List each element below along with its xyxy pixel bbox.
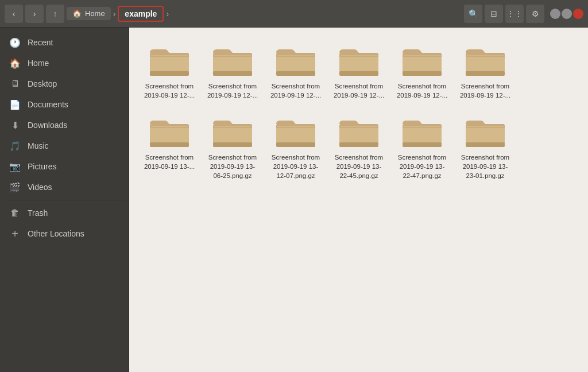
- folder-icon: [401, 115, 443, 149]
- forward-icon: ›: [33, 9, 36, 18]
- breadcrumb-end-arrow: ›: [166, 9, 169, 18]
- file-item[interactable]: Screenshot from 2019-09-19 13-...: [141, 110, 198, 185]
- svg-rect-34: [276, 142, 315, 147]
- main-area: 🕐 Recent 🏠 Home 🖥 Desktop 📄 Documents ⬇ …: [0, 28, 588, 372]
- window-controls: [550, 9, 583, 19]
- videos-icon: 🎬: [9, 181, 21, 193]
- maximize-button[interactable]: [562, 9, 572, 19]
- breadcrumb-home-label: Home: [85, 9, 105, 18]
- file-item[interactable]: Screenshot from 2019-09-19 12-...: [267, 39, 324, 104]
- svg-rect-14: [339, 71, 378, 76]
- file-item[interactable]: Screenshot from 2019-09-19 12-...: [204, 39, 261, 104]
- settings-button[interactable]: ⚙: [526, 5, 544, 23]
- file-item[interactable]: Screenshot from 2019-09-19 13-12-07.png.…: [267, 110, 324, 185]
- sidebar-item-music[interactable]: 🎵 Music: [0, 135, 129, 156]
- minimize-button[interactable]: [550, 9, 560, 19]
- svg-rect-38: [339, 142, 378, 147]
- view-list-icon: ⊟: [490, 9, 497, 18]
- file-label: Screenshot from 2019-09-19 13-06-25.png.…: [206, 153, 259, 180]
- folder-icon: [401, 44, 443, 78]
- home-sidebar-icon: 🏠: [9, 57, 21, 69]
- file-label: Screenshot from 2019-09-19 12-...: [206, 82, 259, 100]
- search-button[interactable]: 🔍: [464, 5, 482, 23]
- sidebar-item-home[interactable]: 🏠 Home: [0, 53, 129, 73]
- sidebar-label-documents: Documents: [28, 100, 68, 109]
- svg-rect-22: [466, 71, 505, 76]
- svg-rect-30: [213, 142, 252, 147]
- file-label: Screenshot from 2019-09-19 12-...: [269, 82, 322, 100]
- desktop-icon: 🖥: [9, 78, 21, 90]
- file-area[interactable]: Screenshot from 2019-09-19 12-... Screen…: [129, 28, 588, 372]
- svg-rect-6: [213, 71, 252, 76]
- file-item[interactable]: Screenshot from 2019-09-19 13-23-01.png.…: [457, 110, 514, 185]
- sidebar-item-recent[interactable]: 🕐 Recent: [0, 32, 129, 53]
- view-grid-icon: ⋮⋮: [506, 9, 523, 18]
- sidebar-label-recent: Recent: [28, 38, 53, 47]
- file-label: Screenshot from 2019-09-19 13-23-01.png.…: [459, 153, 512, 180]
- sidebar-item-documents[interactable]: 📄 Documents: [0, 94, 129, 115]
- sidebar-item-desktop[interactable]: 🖥 Desktop: [0, 73, 129, 94]
- file-label: Screenshot from 2019-09-19 13-...: [143, 153, 196, 171]
- sidebar-label-other-locations: Other Locations: [28, 229, 84, 238]
- folder-icon: [338, 115, 380, 149]
- file-label: Screenshot from 2019-09-19 12-...: [396, 82, 448, 100]
- sidebar: 🕐 Recent 🏠 Home 🖥 Desktop 📄 Documents ⬇ …: [0, 28, 129, 372]
- file-item[interactable]: Screenshot from 2019-09-19 12-...: [393, 39, 451, 104]
- sidebar-item-downloads[interactable]: ⬇ Downloads: [0, 115, 129, 135]
- toolbar: ‹ › ↑ 🏠 Home › example › 🔍 ⊟ ⋮⋮ ⚙: [0, 0, 588, 28]
- sidebar-label-trash: Trash: [28, 208, 48, 218]
- svg-rect-2: [150, 71, 189, 76]
- svg-rect-42: [403, 142, 442, 147]
- up-icon: ↑: [53, 9, 57, 18]
- other-locations-icon: +: [9, 228, 21, 239]
- file-label: Screenshot from 2019-09-19 12-...: [332, 82, 385, 100]
- search-icon: 🔍: [469, 9, 478, 18]
- folder-icon: [212, 44, 253, 78]
- downloads-icon: ⬇: [9, 119, 21, 131]
- close-button[interactable]: [573, 9, 583, 19]
- svg-rect-46: [466, 142, 505, 147]
- sidebar-item-pictures[interactable]: 📷 Pictures: [0, 156, 129, 177]
- svg-rect-10: [276, 71, 315, 76]
- file-item[interactable]: Screenshot from 2019-09-19 13-22-47.png.…: [393, 110, 451, 185]
- sidebar-label-desktop: Desktop: [28, 79, 57, 88]
- back-button[interactable]: ‹: [5, 5, 23, 23]
- music-icon: 🎵: [9, 140, 21, 152]
- folder-icon: [275, 44, 316, 78]
- file-label: Screenshot from 2019-09-19 12-...: [459, 82, 512, 100]
- back-icon: ‹: [13, 9, 16, 18]
- recent-icon: 🕐: [9, 37, 21, 48]
- up-button[interactable]: ↑: [46, 5, 64, 23]
- pictures-icon: 📷: [9, 161, 21, 172]
- sidebar-item-other-locations[interactable]: + Other Locations: [0, 223, 129, 244]
- sidebar-item-trash[interactable]: 🗑 Trash: [0, 203, 129, 223]
- file-label: Screenshot from 2019-09-19 13-22-47.png.…: [396, 153, 448, 180]
- folder-icon: [149, 44, 190, 78]
- home-icon: 🏠: [72, 9, 82, 18]
- svg-rect-26: [150, 142, 189, 147]
- file-item[interactable]: Screenshot from 2019-09-19 13-06-25.png.…: [204, 110, 261, 185]
- folder-icon: [338, 44, 380, 78]
- file-item[interactable]: Screenshot from 2019-09-19 12-...: [330, 39, 388, 104]
- view-list-button[interactable]: ⊟: [485, 5, 503, 23]
- breadcrumb-separator: ›: [113, 9, 116, 18]
- view-grid-button[interactable]: ⋮⋮: [505, 5, 524, 23]
- sidebar-label-downloads: Downloads: [28, 121, 67, 130]
- sidebar-label-music: Music: [28, 141, 49, 150]
- folder-icon: [465, 115, 506, 149]
- file-item[interactable]: Screenshot from 2019-09-19 12-...: [457, 39, 514, 104]
- trash-icon: 🗑: [9, 207, 21, 219]
- folder-icon: [465, 44, 506, 78]
- forward-button[interactable]: ›: [25, 5, 44, 23]
- breadcrumb-current[interactable]: example: [118, 6, 164, 22]
- sidebar-label-pictures: Pictures: [28, 162, 57, 171]
- sidebar-item-videos[interactable]: 🎬 Videos: [0, 177, 129, 197]
- file-item[interactable]: Screenshot from 2019-09-19 12-...: [141, 39, 198, 104]
- sidebar-divider: [5, 200, 124, 200]
- breadcrumb-home[interactable]: 🏠 Home: [67, 7, 111, 20]
- settings-icon: ⚙: [532, 9, 539, 18]
- file-label: Screenshot from 2019-09-19 13-12-07.png.…: [269, 153, 322, 180]
- file-item[interactable]: Screenshot from 2019-09-19 13-22-45.png.…: [330, 110, 388, 185]
- folder-icon: [212, 115, 253, 149]
- folder-icon: [275, 115, 316, 149]
